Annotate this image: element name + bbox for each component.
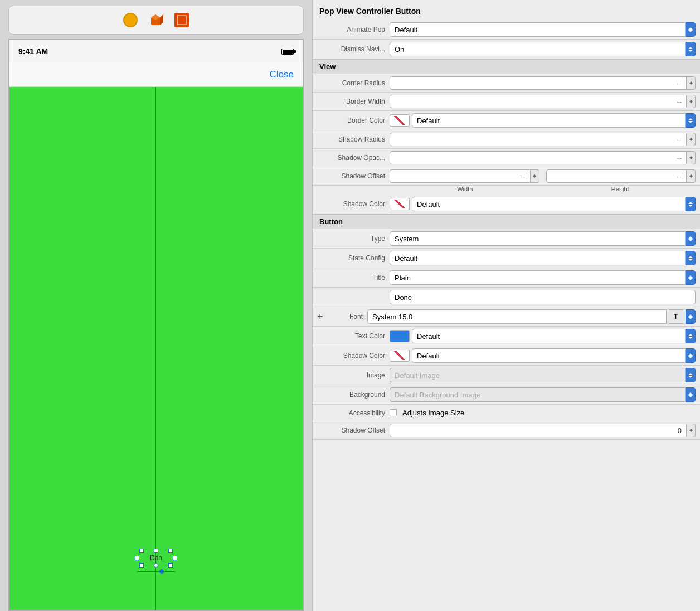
- shadow-opacity-control: --: [390, 151, 696, 164]
- stepper-up-icon: [688, 314, 693, 317]
- corner-radius-stepper[interactable]: [687, 76, 696, 90]
- shadow-offset-width-group: --: [390, 169, 539, 183]
- state-config-select[interactable]: Default: [390, 251, 696, 265]
- type-stepper[interactable]: [686, 231, 696, 246]
- content-area: Ddn: [9, 87, 303, 610]
- accessibility-checkbox[interactable]: [390, 409, 397, 416]
- stepper-up-icon: [688, 275, 693, 278]
- type-row: Type System: [313, 229, 700, 249]
- cube-tool-icon[interactable]: [148, 12, 164, 28]
- shadow-offset-width-stepper[interactable]: [531, 169, 539, 183]
- button-shadow-color-stepper[interactable]: [686, 348, 696, 363]
- border-width-input[interactable]: --: [390, 95, 687, 108]
- shadow-offset-height-input[interactable]: --: [546, 169, 687, 183]
- dismiss-navi-stepper[interactable]: [686, 42, 696, 56]
- shadow-offset-label: Shadow Offset: [317, 172, 390, 180]
- shadow-offset-height-stepper[interactable]: [687, 169, 696, 183]
- font-row: + Font System 15.0 T: [313, 307, 700, 327]
- stepper-down-icon: [688, 337, 693, 339]
- button-shadow-color-control: Default: [390, 348, 696, 363]
- animate-pop-select[interactable]: Default: [390, 22, 696, 37]
- plus-icon[interactable]: +: [317, 311, 325, 323]
- button-section-header: Button: [313, 214, 700, 229]
- nav-bar: Close: [9, 62, 303, 87]
- background-stepper[interactable]: [686, 387, 696, 402]
- font-input[interactable]: System 15.0: [367, 309, 667, 324]
- shadow-radius-label: Shadow Radius: [317, 135, 390, 143]
- title-text-row: Done: [313, 288, 700, 307]
- stepper-down-icon: [689, 101, 693, 103]
- state-config-stepper[interactable]: [686, 251, 696, 265]
- background-select[interactable]: Default Background Image: [390, 387, 696, 402]
- shadow-offset-bottom-width-stepper[interactable]: [687, 424, 696, 437]
- border-color-swatch[interactable]: [390, 114, 410, 127]
- shadow-radius-stepper[interactable]: [687, 133, 696, 146]
- button-shadow-color-select[interactable]: Default: [412, 348, 696, 363]
- title-stepper[interactable]: [686, 270, 696, 285]
- stepper-down-icon: [688, 356, 693, 358]
- stepper-up-icon: [688, 27, 693, 30]
- text-color-select[interactable]: Default: [412, 329, 696, 343]
- handle-mr: [173, 556, 177, 560]
- animate-pop-row: Animate Pop Default: [313, 20, 700, 40]
- title-control: Plain: [390, 270, 696, 285]
- shadow-opacity-stepper[interactable]: [687, 151, 696, 164]
- view-shadow-color-swatch[interactable]: [390, 198, 410, 210]
- stepper-down-icon: [689, 430, 693, 432]
- state-config-label: State Config: [317, 254, 390, 262]
- font-T-button[interactable]: T: [669, 309, 683, 324]
- simulator-toolbar: [8, 6, 304, 35]
- shadow-offset-width-input[interactable]: --: [390, 169, 531, 183]
- view-shadow-color-stepper[interactable]: [686, 197, 696, 211]
- stepper-down-icon: [688, 121, 693, 123]
- view-section-header: View: [313, 59, 700, 74]
- shadow-opacity-input-group: --: [390, 151, 696, 164]
- view-shadow-color-select[interactable]: Default: [412, 197, 696, 211]
- image-select[interactable]: Default Image: [390, 368, 696, 382]
- handle-ml: [135, 556, 139, 560]
- background-row: Background Default Background Image: [313, 385, 700, 405]
- shadow-opacity-input[interactable]: --: [390, 151, 687, 164]
- background-control: Default Background Image: [390, 387, 696, 402]
- shadow-radius-input[interactable]: --: [390, 133, 687, 146]
- shadow-offset-height-group: --: [546, 169, 696, 183]
- image-row: Image Default Image: [313, 366, 700, 385]
- border-color-stepper[interactable]: [686, 113, 696, 128]
- title-row: Title Plain: [313, 268, 700, 288]
- button-shadow-color-label: Shadow Color: [317, 352, 390, 360]
- animate-pop-label: Animate Pop: [317, 26, 390, 33]
- text-color-swatch[interactable]: [390, 330, 410, 342]
- shadow-offset-bottom-width-group: 0: [390, 424, 696, 437]
- image-placeholder: Default Image: [390, 368, 686, 382]
- close-button[interactable]: Close: [270, 69, 294, 80]
- border-width-stepper[interactable]: [687, 95, 696, 108]
- accessibility-label: Accessibility: [317, 409, 390, 417]
- shadow-radius-input-group: --: [390, 133, 696, 146]
- shadow-offset-bottom-width-input[interactable]: 0: [390, 424, 687, 437]
- stepper-up-icon: [688, 334, 693, 336]
- border-color-select[interactable]: Default: [412, 113, 696, 128]
- type-select[interactable]: System: [390, 231, 696, 246]
- shadow-offset-bottom-label: Shadow Offset: [317, 426, 390, 434]
- image-stepper[interactable]: [686, 368, 696, 382]
- font-stepper[interactable]: [686, 309, 696, 324]
- handle-tl: [139, 549, 144, 553]
- stepper-down-icon: [688, 317, 693, 319]
- title-text-value: Done: [395, 293, 412, 302]
- stepper-up-icon: [688, 373, 693, 375]
- square-tool-icon[interactable]: [174, 12, 189, 28]
- shadow-offset-bottom-control: 0: [390, 424, 696, 437]
- dismiss-navi-select[interactable]: On: [390, 42, 696, 56]
- stepper-down-icon: [533, 176, 536, 178]
- circle-tool-icon[interactable]: [123, 12, 138, 28]
- shadow-offset-control: -- --: [390, 169, 696, 183]
- button-shadow-color-swatch[interactable]: [390, 350, 410, 362]
- inspector-panel: Pop View Controller Button Animate Pop D…: [312, 0, 700, 611]
- border-color-row: Border Color Default: [313, 111, 700, 130]
- animate-pop-stepper[interactable]: [686, 22, 696, 37]
- border-width-row: Border Width --: [313, 93, 700, 111]
- title-text-input[interactable]: Done: [390, 290, 696, 304]
- title-select[interactable]: Plain: [390, 270, 696, 285]
- corner-radius-input[interactable]: --: [390, 76, 687, 90]
- text-color-stepper[interactable]: [686, 329, 696, 343]
